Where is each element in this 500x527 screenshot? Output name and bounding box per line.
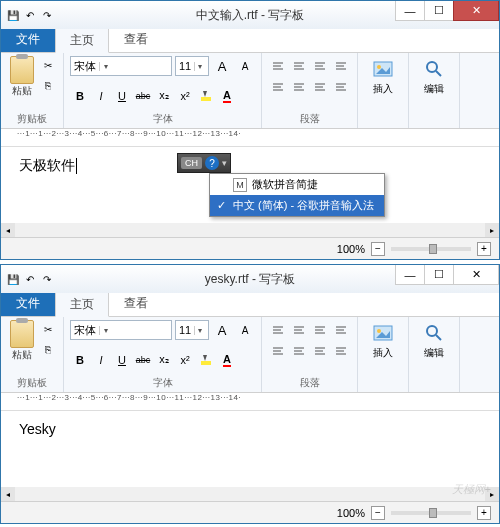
tab-home[interactable]: 主页	[55, 28, 109, 53]
grow-font-button[interactable]: A	[212, 56, 232, 76]
zoom-thumb[interactable]	[429, 508, 437, 518]
ribbon: 粘贴✂⎘剪贴板宋体▾11▾AABIUabcx₂x²A字体段落插入编辑	[1, 53, 499, 129]
line-spacing-button[interactable]	[331, 320, 351, 340]
tab-file[interactable]: 文件	[1, 291, 55, 316]
zoom-thumb[interactable]	[429, 244, 437, 254]
check-icon: ✓	[214, 199, 228, 212]
font-size-value: 11	[179, 60, 191, 72]
bold-button[interactable]: B	[70, 86, 90, 106]
document-area[interactable]: 天极软件CH?▾M微软拼音简捷✓中文 (简体) - 谷歌拼音输入法	[1, 147, 499, 207]
undo-icon[interactable]: ↶	[22, 271, 38, 287]
save-icon[interactable]: 💾	[5, 271, 21, 287]
zoom-slider[interactable]	[391, 511, 471, 515]
justify-button[interactable]	[331, 77, 351, 97]
edit-button[interactable]: 编辑	[415, 320, 453, 360]
align-left-button[interactable]	[268, 341, 288, 361]
zoom-in-button[interactable]: +	[477, 242, 491, 256]
ime-toolbar[interactable]: CH?▾	[177, 153, 231, 173]
tab-view[interactable]: 查看	[109, 291, 163, 316]
grow-font-button[interactable]: A	[212, 320, 232, 340]
close-button[interactable]: ✕	[453, 1, 499, 21]
ime-option[interactable]: ✓中文 (简体) - 谷歌拼音输入法	[210, 195, 384, 216]
strike-button[interactable]: abc	[133, 86, 153, 106]
decrease-indent-button[interactable]	[268, 56, 288, 76]
align-center-button[interactable]	[289, 77, 309, 97]
strike-button[interactable]: abc	[133, 350, 153, 370]
font-size-select[interactable]: 11▾	[175, 320, 209, 340]
undo-icon[interactable]: ↶	[22, 7, 38, 23]
document-area[interactable]: Yesky	[1, 411, 499, 471]
zoom-in-button[interactable]: +	[477, 506, 491, 520]
scroll-left-button[interactable]: ◂	[1, 223, 15, 237]
subscript-button[interactable]: x₂	[154, 350, 174, 370]
ime-option[interactable]: M微软拼音简捷	[210, 174, 384, 195]
align-center-button[interactable]	[289, 341, 309, 361]
underline-button[interactable]: U	[112, 350, 132, 370]
zoom-out-button[interactable]: −	[371, 506, 385, 520]
shrink-font-button[interactable]: A	[235, 320, 255, 340]
zoom-out-button[interactable]: −	[371, 242, 385, 256]
copy-button[interactable]: ⎘	[39, 340, 57, 358]
superscript-button[interactable]: x²	[175, 350, 195, 370]
decrease-indent-button[interactable]	[268, 320, 288, 340]
close-button[interactable]: ✕	[453, 265, 499, 285]
tab-home[interactable]: 主页	[55, 292, 109, 317]
align-right-button[interactable]	[310, 77, 330, 97]
subscript-button[interactable]: x₂	[154, 86, 174, 106]
edit-button[interactable]: 编辑	[415, 56, 453, 96]
chevron-down-icon: ▾	[99, 326, 111, 335]
help-icon[interactable]: ?	[205, 156, 219, 170]
clipboard-icon	[10, 320, 34, 348]
highlight-button[interactable]	[196, 86, 216, 106]
watermark: 天極网+	[452, 482, 491, 497]
window-title: 中文输入.rtf - 写字板	[196, 7, 305, 24]
group-font: 宋体▾11▾AABIUabcx₂x²A字体	[64, 317, 262, 392]
highlight-button[interactable]	[196, 350, 216, 370]
clipboard-icon	[10, 56, 34, 84]
font-color-button[interactable]: A	[217, 350, 237, 370]
bold-button[interactable]: B	[70, 350, 90, 370]
window-title: yesky.rtf - 写字板	[205, 271, 295, 288]
maximize-button[interactable]: ☐	[424, 1, 454, 21]
scroll-right-button[interactable]: ▸	[485, 223, 499, 237]
minimize-button[interactable]: —	[395, 1, 425, 21]
save-icon[interactable]: 💾	[5, 7, 21, 23]
zoom-slider[interactable]	[391, 247, 471, 251]
tab-view[interactable]: 查看	[109, 27, 163, 52]
tab-file[interactable]: 文件	[1, 27, 55, 52]
superscript-button[interactable]: x²	[175, 86, 195, 106]
minimize-button[interactable]: —	[395, 265, 425, 285]
justify-button[interactable]	[331, 341, 351, 361]
align-right-button[interactable]	[310, 341, 330, 361]
cut-button[interactable]: ✂	[39, 320, 57, 338]
font-name-select[interactable]: 宋体▾	[70, 320, 172, 340]
increase-indent-button[interactable]	[289, 320, 309, 340]
align-left-button[interactable]	[268, 77, 288, 97]
scroll-left-button[interactable]: ◂	[1, 487, 15, 501]
horizontal-scrollbar[interactable]: ◂▸	[1, 223, 499, 237]
paste-button[interactable]: 粘贴	[7, 320, 37, 362]
redo-icon[interactable]: ↷	[39, 7, 55, 23]
font-name-select[interactable]: 宋体▾	[70, 56, 172, 76]
underline-button[interactable]: U	[112, 86, 132, 106]
maximize-button[interactable]: ☐	[424, 265, 454, 285]
horizontal-scrollbar[interactable]: ◂▸	[1, 487, 499, 501]
increase-indent-button[interactable]	[289, 56, 309, 76]
chevron-down-icon[interactable]: ▾	[222, 158, 227, 168]
italic-button[interactable]: I	[91, 86, 111, 106]
insert-button[interactable]: 插入	[364, 56, 402, 96]
paste-button[interactable]: 粘贴	[7, 56, 37, 98]
cut-button[interactable]: ✂	[39, 56, 57, 74]
italic-button[interactable]: I	[91, 350, 111, 370]
insert-button[interactable]: 插入	[364, 320, 402, 360]
font-size-select[interactable]: 11▾	[175, 56, 209, 76]
shrink-font-button[interactable]: A	[235, 56, 255, 76]
chevron-down-icon: ▾	[194, 62, 205, 71]
copy-button[interactable]: ⎘	[39, 76, 57, 94]
redo-icon[interactable]: ↷	[39, 271, 55, 287]
statusbar: 100%−+	[1, 237, 499, 259]
bullets-button[interactable]	[310, 56, 330, 76]
line-spacing-button[interactable]	[331, 56, 351, 76]
bullets-button[interactable]	[310, 320, 330, 340]
font-color-button[interactable]: A	[217, 86, 237, 106]
